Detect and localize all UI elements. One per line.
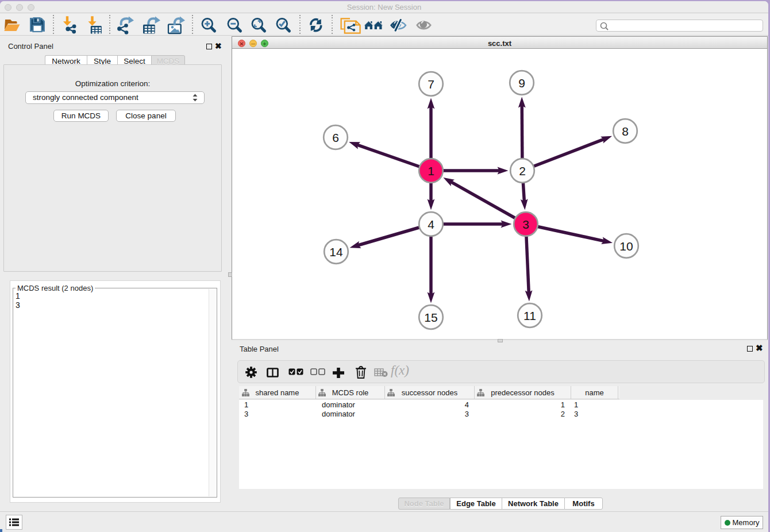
svg-text:3: 3 (522, 218, 529, 231)
svg-text:15: 15 (424, 311, 437, 324)
svg-text:2: 2 (519, 164, 526, 178)
svg-text:6: 6 (332, 131, 339, 144)
svg-text:7: 7 (428, 78, 434, 91)
svg-text:4: 4 (428, 218, 434, 231)
svg-text:11: 11 (523, 309, 536, 322)
svg-text:1: 1 (428, 164, 434, 178)
svg-text:14: 14 (329, 245, 343, 259)
svg-text:8: 8 (622, 125, 629, 138)
svg-text:9: 9 (518, 76, 525, 90)
svg-text:10: 10 (619, 240, 633, 253)
